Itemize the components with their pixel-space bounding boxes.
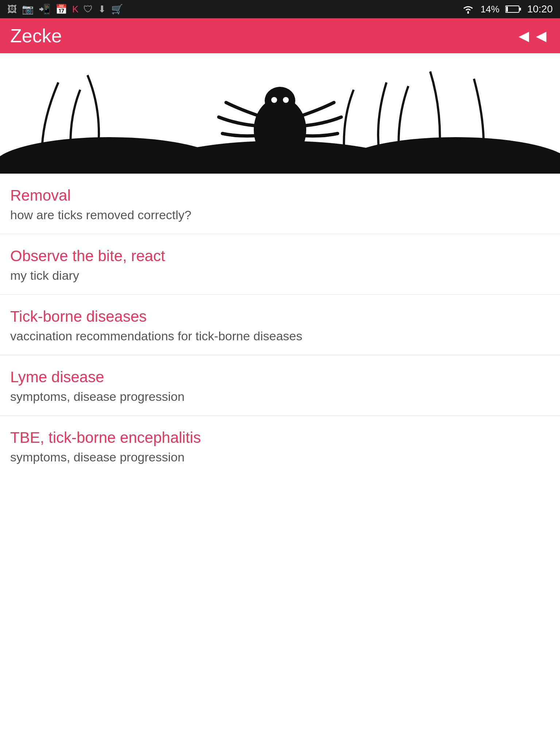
svg-point-12 <box>271 97 277 103</box>
wifi-icon <box>462 4 475 14</box>
observe-subtitle: my tick diary <box>10 268 550 283</box>
time-text: 10:20 <box>527 3 553 15</box>
notification-icon-6: 🛡 <box>83 4 93 15</box>
tbe-title: TBE, tick-borne encephalitis <box>10 429 550 446</box>
tick-borne-diseases-subtitle: vaccination recommendations for tick-bor… <box>10 329 550 343</box>
notification-icon-1: 🖼 <box>7 4 17 15</box>
svg-point-13 <box>283 97 289 103</box>
tick-borne-diseases-title: Tick-borne diseases <box>10 308 550 325</box>
tbe-subtitle: symptoms, disease progression <box>10 450 550 464</box>
back-button[interactable]: ◄◄ <box>515 26 550 46</box>
hero-image <box>0 53 560 174</box>
notification-icon-8: 🛒 <box>111 4 123 15</box>
menu-item-removal[interactable]: Removal how are ticks removed correctly? <box>0 174 560 234</box>
menu-item-tick-borne-diseases[interactable]: Tick-borne diseases vaccination recommen… <box>0 295 560 355</box>
menu-item-observe[interactable]: Observe the bite, react my tick diary <box>0 234 560 295</box>
svg-rect-11 <box>277 90 283 101</box>
notification-icons: 🖼 📷 📲 📅 K 🛡 ⬇ 🛒 <box>7 4 123 15</box>
notification-icon-5: K <box>72 4 78 15</box>
status-right: 14% 10:20 <box>462 3 553 15</box>
app-bar: Zecke ◄◄ <box>0 18 560 53</box>
notification-icon-7: ⬇ <box>98 4 106 15</box>
lyme-disease-subtitle: symptoms, disease progression <box>10 390 550 404</box>
svg-rect-2 <box>519 8 521 11</box>
battery-text: 14% <box>481 4 499 15</box>
tick-illustration <box>0 53 560 174</box>
status-bar: 🖼 📷 📲 📅 K 🛡 ⬇ 🛒 14% 10:20 <box>0 0 560 18</box>
notification-icon-2: 📷 <box>22 4 34 15</box>
menu-item-tbe[interactable]: TBE, tick-borne encephalitis symptoms, d… <box>0 416 560 476</box>
svg-rect-3 <box>506 7 508 12</box>
removal-subtitle: how are ticks removed correctly? <box>10 208 550 222</box>
battery-icon <box>505 5 521 13</box>
menu-list: Removal how are ticks removed correctly?… <box>0 174 560 476</box>
lyme-disease-title: Lyme disease <box>10 368 550 386</box>
svg-point-0 <box>467 12 469 14</box>
notification-icon-4: 📅 <box>55 4 67 15</box>
notification-icon-3: 📲 <box>39 4 50 15</box>
app-title: Zecke <box>10 25 62 47</box>
menu-item-lyme-disease[interactable]: Lyme disease symptoms, disease progressi… <box>0 355 560 416</box>
observe-title: Observe the bite, react <box>10 247 550 265</box>
removal-title: Removal <box>10 187 550 204</box>
